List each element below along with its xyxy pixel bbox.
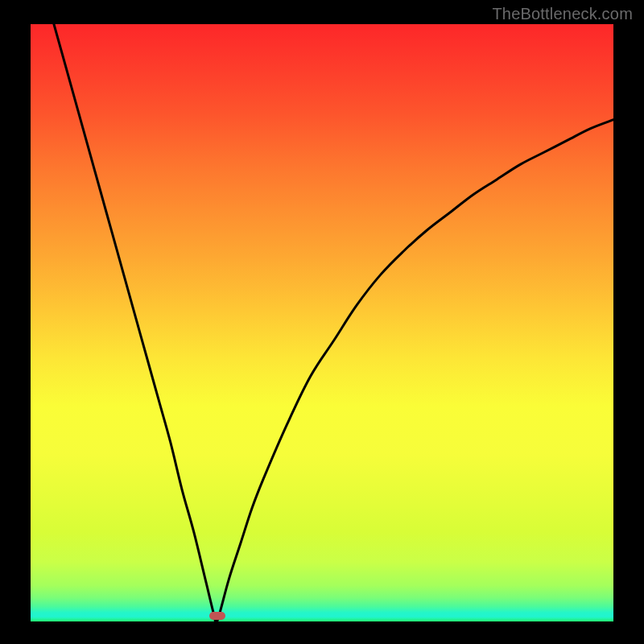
minimum-marker <box>209 612 225 620</box>
plot-area <box>31 24 613 621</box>
watermark-label: TheBottleneck.com <box>492 5 633 23</box>
bottleneck-curve <box>31 24 613 621</box>
chart-frame: TheBottleneck.com <box>0 0 644 644</box>
